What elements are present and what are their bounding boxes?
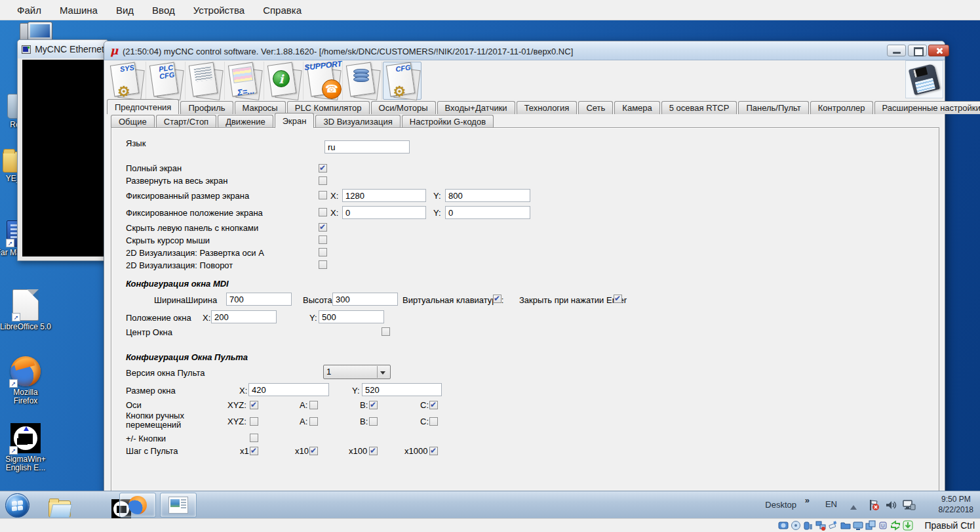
axes-b-checkbox[interactable] [369,401,378,409]
tab-sub[interactable]: Движение [218,115,273,128]
step-x1000-checkbox[interactable] [429,447,438,455]
taskbar-mycnc-button[interactable] [160,493,197,518]
jog-b-checkbox[interactable] [369,417,378,426]
mdi-vkb-checkbox[interactable] [493,295,501,303]
pult-size-x-input[interactable] [248,383,329,396]
menu-file[interactable]: Файл [8,2,50,18]
toolbar-database-button[interactable] [343,62,382,100]
tab-main[interactable]: PLC Компилятор [287,101,370,114]
features-chip-icon[interactable]: U [878,520,888,531]
maximize-button[interactable] [908,45,927,56]
tab-main[interactable]: Макросы [235,101,286,114]
vis-unwrap-a-checkbox[interactable] [319,248,327,256]
jog-a-checkbox[interactable] [309,417,318,426]
tab-main[interactable]: Предпочтения [107,99,179,114]
desktop-icon-firefox[interactable]: ➚ Mozilla Firefox [0,356,51,405]
tab-sub[interactable]: Общие [111,115,155,128]
vis-rotate-checkbox[interactable] [319,260,327,269]
audio-icon[interactable] [803,520,813,531]
plusminus-checkbox[interactable] [250,434,258,442]
menu-view[interactable]: Вид [107,2,143,18]
toolbar-cfg-button[interactable]: CFG⚙ [383,62,421,100]
step-x1-checkbox[interactable] [250,447,258,455]
tab-sub[interactable]: 3D Визуализация [315,115,400,128]
fixed-size-checkbox[interactable] [319,191,327,199]
network-icon[interactable] [901,499,916,512]
tab-main[interactable]: Панель/Пульт [738,101,808,114]
jog-xyz-checkbox[interactable] [250,417,258,426]
minimize-button[interactable] [887,45,906,56]
hide-cursor-checkbox[interactable] [319,235,327,244]
axes-xyz-checkbox[interactable] [250,401,258,409]
menu-input[interactable]: Ввод [143,2,184,18]
tab-main[interactable]: Расширенные настройки [874,101,980,114]
language-indicator[interactable]: EN [825,499,837,509]
step-x100-checkbox[interactable] [369,447,378,455]
hard-disk-icon[interactable] [778,520,789,531]
toolbar-support-button[interactable]: SUPPORT☎ [304,62,343,100]
volume-icon[interactable] [884,499,897,512]
seamless-windows-icon[interactable] [865,520,876,531]
fixed-size-x-input[interactable] [342,189,426,202]
toolbar-save-button[interactable] [905,60,943,98]
toolbar-plc-cfg-button[interactable]: PLC CFG [147,62,186,100]
fixed-pos-checkbox[interactable] [319,208,327,216]
tab-sub[interactable]: Старт/Стоп [156,115,216,128]
toolbar-log-button[interactable] [186,62,225,100]
fixed-size-y-input[interactable] [445,189,530,202]
mdi-close-enter-checkbox[interactable] [614,295,622,303]
tab-main[interactable]: Входы+Датчики [437,101,515,114]
taskbar-explorer-button[interactable] [49,501,71,518]
tab-main[interactable]: Технология [517,101,578,114]
ethernet-window-canvas[interactable] [22,60,105,256]
maximize-checkbox[interactable] [319,176,327,185]
ethernet-window-titlebar[interactable]: MyCNC Ethernet [18,40,108,58]
menu-machine[interactable]: Машина [50,2,107,18]
main-window-titlebar[interactable]: μ (21:50:04) myCNC control software. Ver… [104,41,945,60]
toolbar-macro-list-button[interactable]: Σ=... [225,62,264,100]
action-center-flag-icon[interactable] [867,499,880,512]
clock[interactable]: 9:50 PM 8/22/2018 [939,494,973,515]
pult-size-y-input[interactable] [362,383,442,396]
tab-main[interactable]: Камера [614,101,659,114]
axes-c-checkbox[interactable] [429,401,438,409]
taskbar-firefox-button[interactable] [119,493,156,518]
tab-main[interactable]: Контроллер [810,101,873,114]
hide-left-panel-checkbox[interactable] [319,223,327,232]
fixed-pos-x-input[interactable] [342,206,426,219]
tab-sub[interactable]: Экран [275,113,315,128]
toolbar-chevron-icon[interactable]: » [805,495,810,505]
step-x10-checkbox[interactable] [309,447,318,455]
jog-c-checkbox[interactable] [429,417,438,426]
toolbar-info-button[interactable]: i [265,62,304,100]
tab-main[interactable]: Оси/Моторы [371,101,436,114]
show-hidden-icons-button[interactable] [850,502,857,510]
toolbar-sys-button[interactable]: SYS⚙ [108,62,146,100]
full-screen-checkbox[interactable] [319,164,327,173]
pult-version-select[interactable]: 1 [323,365,391,379]
axes-a-checkbox[interactable] [309,401,318,409]
shared-folder-icon[interactable] [840,520,851,531]
mdi-pos-y-input[interactable] [319,310,384,323]
tab-main[interactable]: 5 осевая RTCP [661,101,737,114]
menu-devices[interactable]: Устройства [184,2,254,18]
menu-help[interactable]: Справка [254,2,311,18]
fixed-pos-y-input[interactable] [445,206,530,219]
usb-device-icon[interactable] [828,520,838,531]
vbox-network-icon[interactable] [815,520,826,531]
optical-disc-icon[interactable] [791,520,801,531]
desktop-toolbar-label[interactable]: Desktop [765,500,796,510]
mdi-height-input[interactable] [332,293,398,306]
mdi-width-input[interactable] [226,293,292,306]
desktop-icon-sigmawin[interactable]: ➚ SigmaWin+ English E... [0,423,51,472]
start-button[interactable] [5,493,29,518]
tab-main[interactable]: Сеть [578,101,613,114]
mdi-pos-x-input[interactable] [211,310,277,323]
shared-clipboard-icon[interactable] [890,520,901,531]
tab-main[interactable]: Профиль [180,101,233,114]
tab-sub[interactable]: Настройки G-кодов [402,115,494,128]
language-input[interactable] [324,140,410,153]
mdi-center-checkbox[interactable] [382,327,390,336]
desktop-icon-libreoffice[interactable]: ➚ LibreOffice 5.0 [0,289,51,331]
download-arrow-icon[interactable] [903,520,913,531]
